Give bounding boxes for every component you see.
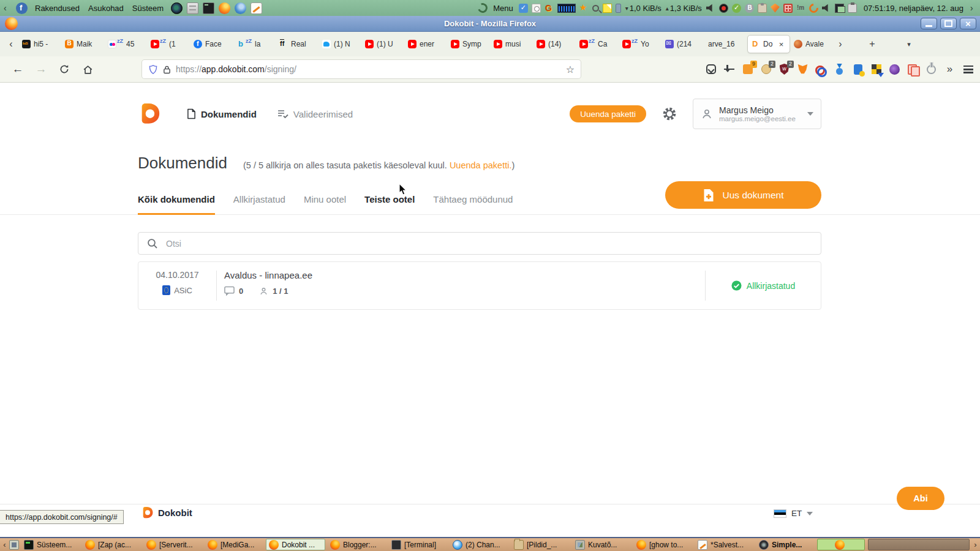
settings-gear-icon[interactable] xyxy=(662,107,677,121)
browser-tab[interactable]: (14) xyxy=(533,35,576,53)
taskbar-item[interactable] xyxy=(817,539,865,550)
distro-menu-icon[interactable] xyxy=(16,2,28,14)
back-button[interactable] xyxy=(9,60,27,78)
screen-recorder-icon[interactable] xyxy=(719,4,728,13)
browser-tab[interactable]: musi xyxy=(490,35,533,53)
menu-asukohad[interactable]: Asukohad xyxy=(87,4,125,13)
menu-rakendused[interactable]: Rakendused xyxy=(34,4,81,13)
filter-tab[interactable]: Teiste ootel xyxy=(364,184,415,215)
taskbar-scroll-right-icon[interactable] xyxy=(973,540,978,549)
updates-ok-icon[interactable] xyxy=(732,4,741,13)
upgrade-package-link[interactable]: Uuenda paketti. xyxy=(450,160,512,170)
overflow-chevrons-icon[interactable] xyxy=(944,64,956,75)
taskbar-item[interactable]: [MediGa... xyxy=(205,539,264,550)
tab-copies-ext-icon[interactable] xyxy=(907,64,919,75)
document-title[interactable]: Avaldus - linnapea.ee xyxy=(224,270,705,280)
taskbar-item[interactable]: Simple... xyxy=(756,539,815,550)
browser-tab[interactable]: Symp xyxy=(447,35,490,53)
bluetooth-icon[interactable] xyxy=(745,4,754,13)
taskbar-item[interactable]: Blogger:... xyxy=(327,539,386,550)
new-document-button[interactable]: Uus dokument xyxy=(665,181,821,209)
taskbar-scroll-left-icon[interactable] xyxy=(2,540,7,549)
filter-tab[interactable]: Tähtaeg möödunud xyxy=(433,184,513,215)
minimize-button[interactable] xyxy=(921,18,937,29)
filter-tab[interactable]: Allkirjastatud xyxy=(233,184,285,215)
upgrade-package-button[interactable]: Uuenda paketti xyxy=(570,105,646,122)
metamask-icon[interactable] xyxy=(797,64,809,75)
close-button[interactable] xyxy=(960,18,976,29)
home-button[interactable] xyxy=(78,60,97,78)
time-tracker-icon[interactable] xyxy=(532,4,541,13)
taskbar-item[interactable]: Dokobit ... xyxy=(266,539,325,550)
power-plug-icon[interactable] xyxy=(848,4,857,13)
bookmark-star-icon[interactable] xyxy=(566,64,575,75)
footer-brand[interactable]: Dokobit xyxy=(141,506,192,519)
save-page-ext-icon[interactable] xyxy=(852,64,864,75)
text-editor-launcher-icon[interactable] xyxy=(251,2,262,14)
dokobit-logo[interactable] xyxy=(138,102,161,126)
browser-tab[interactable]: (1 xyxy=(147,35,190,53)
app-menu-icon[interactable] xyxy=(962,64,974,75)
scroll-tabs-left-icon[interactable] xyxy=(4,35,18,53)
firefox-launcher-icon[interactable] xyxy=(219,2,230,14)
forward-button[interactable] xyxy=(32,60,50,78)
file-cabinet-icon[interactable] xyxy=(187,2,198,14)
browser-tab[interactable]: (1) U xyxy=(361,35,404,53)
tab-close-icon[interactable] xyxy=(777,40,786,49)
browser-tab[interactable]: (214 xyxy=(662,35,704,53)
filter-tab[interactable]: Kõik dokumendid xyxy=(138,184,215,215)
clipboard-icon[interactable] xyxy=(758,4,767,13)
browser-tab[interactable]: arve_16 xyxy=(704,35,747,53)
shopping-ext-icon[interactable]: 9 xyxy=(742,64,753,75)
help-button[interactable]: Abi xyxy=(897,487,944,510)
menu-susteem[interactable]: Süsteem xyxy=(131,4,165,13)
browser-tab[interactable]: (1) N xyxy=(318,35,361,53)
panel-menu-label[interactable]: Menu xyxy=(492,4,514,13)
language-selector[interactable]: ET xyxy=(774,509,813,518)
list-all-tabs-icon[interactable] xyxy=(902,35,916,53)
browser-tab[interactable]: la xyxy=(233,35,276,53)
browser-tab[interactable]: Real xyxy=(276,35,318,53)
taskbar-item[interactable]: [Zap (ac... xyxy=(82,539,141,550)
medal-ext-icon[interactable] xyxy=(834,64,845,75)
panel-collapse-icon[interactable] xyxy=(4,3,10,13)
browser-tab[interactable]: Do xyxy=(747,35,790,53)
video-downloader-ext-icon[interactable] xyxy=(870,64,882,75)
pin-icon[interactable] xyxy=(616,4,621,13)
browser-tab[interactable]: Maik xyxy=(61,35,104,53)
thunderbird-launcher-icon[interactable] xyxy=(235,2,246,14)
favorites-star-icon[interactable] xyxy=(579,4,589,13)
taskbar-item[interactable]: Süsteem... xyxy=(21,539,80,550)
container-mask-ext-icon[interactable] xyxy=(889,64,900,75)
displays-icon[interactable] xyxy=(835,4,844,13)
filter-tab[interactable]: Minu ootel xyxy=(304,184,346,215)
messenger-icon[interactable] xyxy=(796,4,805,13)
screenshot-camera-icon[interactable] xyxy=(171,2,183,14)
pocket-icon[interactable] xyxy=(705,64,717,75)
browser-tab[interactable]: 45 xyxy=(104,35,147,53)
new-tab-button[interactable] xyxy=(865,35,880,53)
taskbar-item[interactable]: [Pildid_... xyxy=(511,539,570,550)
maximize-button[interactable] xyxy=(940,18,957,29)
lock-icon[interactable] xyxy=(163,65,171,74)
user-menu[interactable]: Margus Meigo margus.meigo@eesti.ee xyxy=(693,99,821,129)
tracking-shield-icon[interactable] xyxy=(148,64,158,75)
url-bar[interactable]: https://app.dokobit.com/signing/ xyxy=(142,60,581,78)
browser-tab[interactable]: ener xyxy=(404,35,447,53)
browser-tab[interactable]: Ca xyxy=(576,35,619,53)
taskbar-item[interactable]: [ghow to... xyxy=(633,539,693,550)
nav-documents[interactable]: Dokumendid xyxy=(187,108,257,119)
taskbar-item[interactable]: *Salvest... xyxy=(695,539,754,550)
search-input[interactable] xyxy=(166,239,812,249)
cookie-ext-icon[interactable]: 2 xyxy=(760,64,772,75)
volume-mixer-icon[interactable] xyxy=(822,4,831,13)
browser-tab[interactable]: Yo xyxy=(619,35,662,53)
taskbar-item[interactable]: Kuvatõ... xyxy=(572,539,631,550)
document-row[interactable]: 04.10.2017 ASiC Avaldus - linnapea.ee 0 xyxy=(138,261,821,310)
browser-tab[interactable]: Avale xyxy=(790,35,833,53)
nav-validations[interactable]: Valideerimised xyxy=(277,109,353,119)
gem-app-icon[interactable] xyxy=(771,4,780,13)
search-tray-icon[interactable] xyxy=(592,5,599,12)
network-graph-icon[interactable] xyxy=(557,4,576,13)
taskbar-item[interactable]: (2) Chan... xyxy=(450,539,509,550)
